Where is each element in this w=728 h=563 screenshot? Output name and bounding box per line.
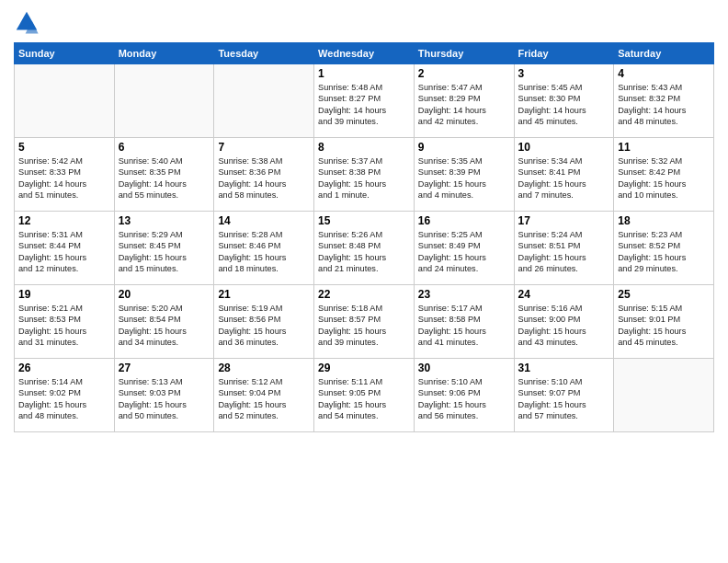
day-number: 19 <box>18 288 110 301</box>
header-friday: Friday <box>514 43 614 64</box>
day-info: Sunrise: 5:23 AM Sunset: 8:52 PM Dayligh… <box>618 229 710 275</box>
header-thursday: Thursday <box>414 43 514 64</box>
day-info: Sunrise: 5:34 AM Sunset: 8:41 PM Dayligh… <box>518 155 610 201</box>
calendar-cell: 21Sunrise: 5:19 AM Sunset: 8:56 PM Dayli… <box>214 285 314 359</box>
day-number: 16 <box>418 214 510 227</box>
calendar-header: SundayMondayTuesdayWednesdayThursdayFrid… <box>15 43 714 64</box>
day-info: Sunrise: 5:11 AM Sunset: 9:05 PM Dayligh… <box>318 376 410 422</box>
day-info: Sunrise: 5:15 AM Sunset: 9:01 PM Dayligh… <box>618 303 710 349</box>
day-number: 9 <box>418 141 510 154</box>
header-tuesday: Tuesday <box>214 43 314 64</box>
day-number: 31 <box>518 362 610 374</box>
day-info: Sunrise: 5:47 AM Sunset: 8:29 PM Dayligh… <box>418 82 510 128</box>
calendar-row-0: 1Sunrise: 5:48 AM Sunset: 8:27 PM Daylig… <box>15 64 714 138</box>
calendar-row-4: 26Sunrise: 5:14 AM Sunset: 9:02 PM Dayli… <box>15 359 714 432</box>
day-number: 23 <box>418 288 510 301</box>
calendar-cell: 6Sunrise: 5:40 AM Sunset: 8:35 PM Daylig… <box>114 138 214 212</box>
day-number: 10 <box>518 141 610 154</box>
day-number: 24 <box>518 288 610 301</box>
calendar-cell <box>15 64 115 138</box>
page: SundayMondayTuesdayWednesdayThursdayFrid… <box>0 0 728 442</box>
day-info: Sunrise: 5:17 AM Sunset: 8:58 PM Dayligh… <box>418 303 510 349</box>
calendar-table: SundayMondayTuesdayWednesdayThursdayFrid… <box>14 42 714 432</box>
day-info: Sunrise: 5:28 AM Sunset: 8:46 PM Dayligh… <box>218 229 310 275</box>
calendar-cell: 15Sunrise: 5:26 AM Sunset: 8:48 PM Dayli… <box>314 212 415 285</box>
calendar-cell: 7Sunrise: 5:38 AM Sunset: 8:36 PM Daylig… <box>214 138 314 212</box>
day-number: 3 <box>518 67 610 80</box>
calendar-row-3: 19Sunrise: 5:21 AM Sunset: 8:53 PM Dayli… <box>15 285 714 359</box>
day-info: Sunrise: 5:24 AM Sunset: 8:51 PM Dayligh… <box>518 229 610 275</box>
logo-icon <box>14 9 40 35</box>
day-number: 20 <box>119 288 210 301</box>
day-info: Sunrise: 5:19 AM Sunset: 8:56 PM Dayligh… <box>218 303 310 349</box>
day-number: 2 <box>418 67 510 80</box>
day-number: 25 <box>618 288 710 301</box>
day-info: Sunrise: 5:45 AM Sunset: 8:30 PM Dayligh… <box>518 82 610 128</box>
day-info: Sunrise: 5:10 AM Sunset: 9:06 PM Dayligh… <box>418 376 510 422</box>
header-sunday: Sunday <box>15 43 115 64</box>
day-number: 22 <box>318 288 410 301</box>
calendar-cell: 26Sunrise: 5:14 AM Sunset: 9:02 PM Dayli… <box>15 359 115 432</box>
day-number: 28 <box>218 362 310 374</box>
calendar-cell: 1Sunrise: 5:48 AM Sunset: 8:27 PM Daylig… <box>314 64 415 138</box>
calendar-cell: 28Sunrise: 5:12 AM Sunset: 9:04 PM Dayli… <box>214 359 314 432</box>
day-number: 15 <box>318 214 410 227</box>
calendar-cell: 8Sunrise: 5:37 AM Sunset: 8:38 PM Daylig… <box>314 138 415 212</box>
calendar-cell: 27Sunrise: 5:13 AM Sunset: 9:03 PM Dayli… <box>114 359 214 432</box>
header <box>14 9 714 35</box>
day-info: Sunrise: 5:35 AM Sunset: 8:39 PM Dayligh… <box>418 155 510 201</box>
day-number: 18 <box>618 214 710 227</box>
calendar-cell <box>614 359 714 432</box>
calendar-cell: 16Sunrise: 5:25 AM Sunset: 8:49 PM Dayli… <box>414 212 514 285</box>
calendar-cell: 17Sunrise: 5:24 AM Sunset: 8:51 PM Dayli… <box>514 212 614 285</box>
calendar-cell: 4Sunrise: 5:43 AM Sunset: 8:32 PM Daylig… <box>614 64 714 138</box>
day-number: 8 <box>318 141 410 154</box>
calendar-cell <box>214 64 314 138</box>
day-number: 26 <box>18 362 110 374</box>
calendar-cell: 25Sunrise: 5:15 AM Sunset: 9:01 PM Dayli… <box>614 285 714 359</box>
calendar-cell: 29Sunrise: 5:11 AM Sunset: 9:05 PM Dayli… <box>314 359 415 432</box>
day-info: Sunrise: 5:18 AM Sunset: 8:57 PM Dayligh… <box>318 303 410 349</box>
day-info: Sunrise: 5:48 AM Sunset: 8:27 PM Dayligh… <box>318 82 410 128</box>
day-info: Sunrise: 5:21 AM Sunset: 8:53 PM Dayligh… <box>18 303 110 349</box>
calendar-cell: 5Sunrise: 5:42 AM Sunset: 8:33 PM Daylig… <box>15 138 115 212</box>
calendar-row-1: 5Sunrise: 5:42 AM Sunset: 8:33 PM Daylig… <box>15 138 714 212</box>
calendar-cell: 30Sunrise: 5:10 AM Sunset: 9:06 PM Dayli… <box>414 359 514 432</box>
calendar-cell: 13Sunrise: 5:29 AM Sunset: 8:45 PM Dayli… <box>114 212 214 285</box>
day-number: 4 <box>618 67 710 80</box>
day-info: Sunrise: 5:16 AM Sunset: 9:00 PM Dayligh… <box>518 303 610 349</box>
calendar-cell: 2Sunrise: 5:47 AM Sunset: 8:29 PM Daylig… <box>414 64 514 138</box>
day-number: 30 <box>418 362 510 374</box>
header-wednesday: Wednesday <box>314 43 415 64</box>
day-number: 27 <box>119 362 210 374</box>
calendar-cell: 22Sunrise: 5:18 AM Sunset: 8:57 PM Dayli… <box>314 285 415 359</box>
calendar-cell: 19Sunrise: 5:21 AM Sunset: 8:53 PM Dayli… <box>15 285 115 359</box>
day-info: Sunrise: 5:10 AM Sunset: 9:07 PM Dayligh… <box>518 376 610 422</box>
calendar-cell: 14Sunrise: 5:28 AM Sunset: 8:46 PM Dayli… <box>214 212 314 285</box>
calendar-cell: 20Sunrise: 5:20 AM Sunset: 8:54 PM Dayli… <box>114 285 214 359</box>
calendar-cell: 9Sunrise: 5:35 AM Sunset: 8:39 PM Daylig… <box>414 138 514 212</box>
calendar-cell: 12Sunrise: 5:31 AM Sunset: 8:44 PM Dayli… <box>15 212 115 285</box>
header-monday: Monday <box>114 43 214 64</box>
day-info: Sunrise: 5:25 AM Sunset: 8:49 PM Dayligh… <box>418 229 510 275</box>
calendar-cell: 31Sunrise: 5:10 AM Sunset: 9:07 PM Dayli… <box>514 359 614 432</box>
calendar-cell <box>114 64 214 138</box>
day-number: 13 <box>119 214 210 227</box>
day-info: Sunrise: 5:29 AM Sunset: 8:45 PM Dayligh… <box>119 229 210 275</box>
calendar-cell: 23Sunrise: 5:17 AM Sunset: 8:58 PM Dayli… <box>414 285 514 359</box>
day-number: 12 <box>18 214 110 227</box>
day-number: 14 <box>218 214 310 227</box>
day-info: Sunrise: 5:43 AM Sunset: 8:32 PM Dayligh… <box>618 82 710 128</box>
day-number: 6 <box>119 141 210 154</box>
calendar-row-2: 12Sunrise: 5:31 AM Sunset: 8:44 PM Dayli… <box>15 212 714 285</box>
calendar-cell: 10Sunrise: 5:34 AM Sunset: 8:41 PM Dayli… <box>514 138 614 212</box>
day-info: Sunrise: 5:42 AM Sunset: 8:33 PM Dayligh… <box>18 155 110 201</box>
day-number: 29 <box>318 362 410 374</box>
calendar-cell: 18Sunrise: 5:23 AM Sunset: 8:52 PM Dayli… <box>614 212 714 285</box>
calendar-cell: 3Sunrise: 5:45 AM Sunset: 8:30 PM Daylig… <box>514 64 614 138</box>
logo <box>14 9 41 35</box>
day-number: 11 <box>618 141 710 154</box>
day-info: Sunrise: 5:13 AM Sunset: 9:03 PM Dayligh… <box>119 376 210 422</box>
day-number: 7 <box>218 141 310 154</box>
day-info: Sunrise: 5:31 AM Sunset: 8:44 PM Dayligh… <box>18 229 110 275</box>
